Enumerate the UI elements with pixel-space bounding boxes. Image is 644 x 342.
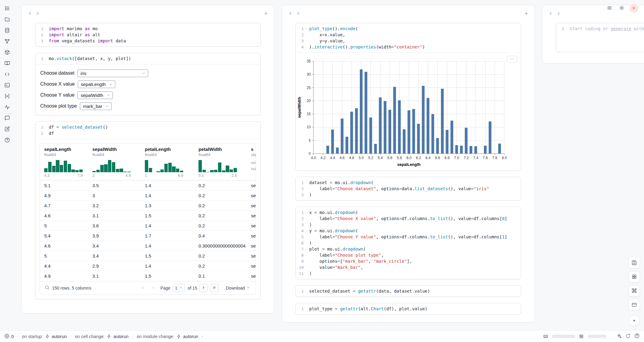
bar[interactable] bbox=[360, 69, 363, 154]
table-row[interactable]: 5.13.51.40.2setosa bbox=[40, 180, 256, 191]
notebook-menu-button[interactable] bbox=[605, 4, 614, 13]
fold-chevron-icon[interactable] bbox=[304, 247, 308, 251]
code-line[interactable]: 1selected_dataset = getattr(data, datase… bbox=[296, 288, 517, 294]
table-row[interactable]: 53.61.40.2setosa bbox=[40, 221, 256, 231]
on-module-change-mode[interactable]: on module change: autorun bbox=[137, 334, 205, 339]
column-prev-button[interactable] bbox=[26, 10, 34, 18]
bar[interactable] bbox=[441, 89, 444, 154]
code-line[interactable]: 3from vega_datasets import data bbox=[35, 38, 256, 44]
code-line[interactable]: 1plot_type = getattr(alt.Chart(df), plot… bbox=[296, 306, 517, 312]
fold-chevron-icon[interactable] bbox=[304, 27, 308, 31]
dropdown-choose-dataset[interactable]: iris bbox=[77, 69, 148, 77]
column-next-button[interactable] bbox=[555, 10, 563, 18]
code-line[interactable]: 4y = mo.ui.dropdown( bbox=[296, 228, 517, 234]
bar[interactable] bbox=[484, 146, 487, 154]
bar[interactable] bbox=[341, 119, 343, 154]
column-header-petalWidth[interactable]: petalWidthfloat640.12.5 bbox=[194, 144, 247, 180]
bar[interactable] bbox=[336, 148, 339, 154]
bar[interactable] bbox=[450, 121, 453, 154]
column-next-button[interactable] bbox=[34, 10, 42, 18]
download-button[interactable]: Download bbox=[224, 285, 252, 291]
code-line[interactable]: 7plot = mo.ui.dropdown( bbox=[296, 246, 517, 252]
code-line[interactable]: 1x = mo.ui.dropdown( bbox=[296, 209, 517, 216]
code-line[interactable]: 8 label="Choose plot type", bbox=[296, 252, 517, 258]
panel-packages-button[interactable] bbox=[3, 48, 11, 56]
run-button[interactable] bbox=[628, 315, 640, 326]
bar[interactable] bbox=[446, 130, 449, 154]
bar[interactable] bbox=[355, 108, 358, 154]
panel-scratchpad-button[interactable] bbox=[3, 125, 11, 133]
code-editor[interactable]: 1import marimo as mo2import altair as al… bbox=[35, 23, 260, 46]
app-window-button[interactable] bbox=[628, 299, 640, 311]
bar[interactable] bbox=[398, 100, 401, 154]
last-page-button[interactable] bbox=[210, 284, 219, 292]
code-line[interactable]: 3 y=y.value, bbox=[296, 38, 517, 44]
code-line[interactable]: 3) bbox=[296, 192, 517, 198]
bar[interactable] bbox=[369, 117, 372, 154]
vega-bar-chart[interactable]: 4.04.24.44.64.85.05.25.45.65.86.06.26.46… bbox=[296, 54, 521, 170]
column-prev-button[interactable] bbox=[286, 10, 294, 18]
code-line[interactable]: 2 label="Choose dataset", options=data.l… bbox=[296, 186, 517, 192]
code-line[interactable]: 3) bbox=[296, 222, 517, 228]
dropdown-choose-y-value[interactable]: sepalWidth bbox=[77, 91, 113, 99]
bar[interactable] bbox=[374, 144, 377, 154]
code-line[interactable]: 1dataset = mo.ui.dropdown( bbox=[296, 180, 517, 186]
bar[interactable] bbox=[393, 87, 396, 154]
bar[interactable] bbox=[465, 128, 467, 154]
code-editor[interactable]: 1plot_type().encode(2 x=x.value,3 y=y.va… bbox=[296, 23, 521, 52]
column-header-sepalLength[interactable]: sepalLengthfloat644.37.9 bbox=[40, 144, 88, 180]
panel-files-button[interactable] bbox=[3, 15, 11, 23]
bar[interactable] bbox=[350, 112, 353, 154]
add-cell-button[interactable] bbox=[522, 10, 530, 18]
column-histogram[interactable] bbox=[145, 160, 183, 172]
bar[interactable] bbox=[470, 146, 472, 154]
code-editor[interactable]: 1plot_type = getattr(alt.Chart(df), plot… bbox=[296, 303, 521, 314]
bar[interactable] bbox=[436, 138, 439, 154]
code-editor[interactable]: 1selected_dataset = getattr(data, datase… bbox=[296, 286, 521, 297]
on-cell-change-mode[interactable]: on cell change: autorun bbox=[75, 334, 129, 339]
fold-chevron-icon[interactable] bbox=[304, 211, 308, 215]
ai-assistant-button[interactable] bbox=[616, 333, 622, 340]
code-editor[interactable]: 1x = mo.ui.dropdown(2 label="Choose X va… bbox=[296, 207, 521, 279]
table-row[interactable]: 4.42.91.40.2setosa bbox=[40, 261, 256, 271]
save-button[interactable] bbox=[628, 257, 640, 269]
bar[interactable] bbox=[422, 86, 424, 154]
bar[interactable] bbox=[455, 145, 458, 154]
column-header-petalLength[interactable]: petalLengthfloat6416.9 bbox=[141, 144, 194, 180]
bar[interactable] bbox=[412, 109, 415, 154]
table-row[interactable]: 4.93.11.50.1setosa bbox=[40, 271, 256, 281]
next-page-button[interactable] bbox=[199, 284, 208, 292]
chart-actions-button[interactable] bbox=[507, 56, 517, 63]
panel-table-of-contents-button[interactable] bbox=[3, 4, 11, 12]
code-editor[interactable]: 1mo.vstack([dataset, x, y, plot]) bbox=[35, 53, 260, 64]
bar[interactable] bbox=[379, 98, 382, 154]
column-histogram[interactable] bbox=[44, 160, 83, 172]
code-line[interactable]: 1import marimo as mo bbox=[35, 26, 256, 32]
column-histogram[interactable] bbox=[92, 160, 131, 172]
dropdown-choose-x-value[interactable]: sepalLength bbox=[78, 80, 115, 88]
panel-logs-button[interactable] bbox=[3, 81, 11, 89]
column-next-button[interactable] bbox=[294, 10, 302, 18]
first-page-button[interactable] bbox=[138, 284, 147, 292]
fold-chevron-icon[interactable] bbox=[304, 229, 308, 233]
help-button[interactable] bbox=[634, 333, 640, 340]
bar[interactable] bbox=[331, 130, 334, 154]
code-line[interactable]: 1mo.vstack([dataset, x, y, plot]) bbox=[35, 55, 256, 62]
code-line[interactable]: 4).interactive().properties(width="conta… bbox=[296, 44, 517, 50]
bar[interactable] bbox=[384, 101, 386, 154]
panel-help-button[interactable] bbox=[3, 136, 11, 144]
panel-data-sources-button[interactable] bbox=[3, 26, 11, 34]
table-row[interactable]: 4.931.40.2setosa bbox=[40, 191, 256, 201]
bar[interactable] bbox=[489, 121, 492, 154]
bar[interactable] bbox=[388, 110, 391, 154]
bar[interactable] bbox=[431, 114, 434, 154]
bar[interactable] bbox=[408, 110, 410, 154]
code-line[interactable]: 2import altair as alt bbox=[35, 32, 256, 38]
code-line[interactable]: 2df bbox=[35, 130, 256, 136]
table-row[interactable]: 4.73.21.30.2setosa bbox=[40, 201, 256, 211]
on-startup-mode[interactable]: on startup: autorun bbox=[22, 334, 67, 339]
code-line[interactable]: 1plot_type().encode( bbox=[296, 26, 517, 32]
panel-snippets-button[interactable] bbox=[3, 70, 11, 78]
bar[interactable] bbox=[498, 144, 501, 154]
panel-tracing-button[interactable] bbox=[3, 103, 11, 111]
